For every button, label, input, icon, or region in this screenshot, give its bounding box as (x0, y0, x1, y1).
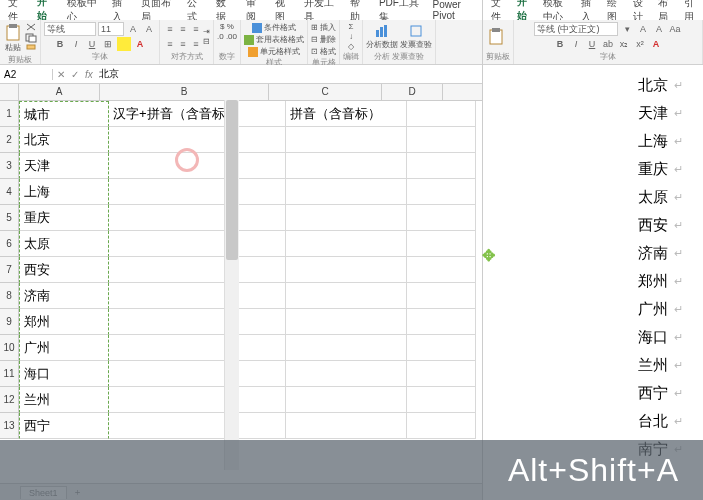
word-line[interactable]: 广州↵ (483, 295, 703, 323)
row-header[interactable]: 7 (0, 257, 19, 283)
invoice-icon[interactable] (409, 24, 423, 38)
fill-icon[interactable]: ↓ (349, 32, 353, 41)
word-font-select[interactable]: 等线 (中文正文) (534, 22, 618, 36)
word-line[interactable]: 天津↵ (483, 99, 703, 127)
cell-A10[interactable]: 广州 (19, 335, 109, 361)
cell-B8[interactable] (109, 283, 286, 309)
insert-cell-icon[interactable]: ⊞ (311, 23, 318, 32)
row-header[interactable]: 3 (0, 153, 19, 179)
cell-B6[interactable] (109, 231, 286, 257)
word-line[interactable]: 重庆↵ (483, 155, 703, 183)
word-line[interactable]: 台北↵ (483, 407, 703, 435)
cell-C12[interactable] (286, 387, 407, 413)
word-font-size[interactable]: ▾ (620, 22, 634, 36)
align-right-icon[interactable]: ≡ (189, 37, 203, 51)
word-line[interactable]: 太原↵ (483, 183, 703, 211)
increase-font-icon[interactable]: A (126, 22, 140, 36)
word-clear-format-icon[interactable]: Aa (668, 22, 682, 36)
cell-A3[interactable]: 天津 (19, 153, 109, 179)
cell-B13[interactable] (109, 413, 286, 439)
cell-B7[interactable] (109, 257, 286, 283)
cut-icon[interactable] (25, 22, 37, 32)
cell-A12[interactable]: 兰州 (19, 387, 109, 413)
word-line[interactable]: 兰州↵ (483, 351, 703, 379)
cell-D6[interactable] (407, 231, 476, 257)
row-header[interactable]: 11 (0, 361, 19, 387)
cell-D12[interactable] (407, 387, 476, 413)
row-header[interactable]: 4 (0, 179, 19, 205)
autosum-icon[interactable]: Σ (349, 22, 354, 31)
cell-A7[interactable]: 西安 (19, 257, 109, 283)
font-size-select[interactable]: 11 (98, 22, 124, 36)
word-line[interactable]: 上海↵ (483, 127, 703, 155)
align-top-left-icon[interactable]: ≡ (163, 22, 177, 36)
cell-A8[interactable]: 济南 (19, 283, 109, 309)
clear-icon[interactable]: ◇ (348, 42, 354, 51)
cell-D8[interactable] (407, 283, 476, 309)
word-dec-font-icon[interactable]: A (652, 22, 666, 36)
currency-icon[interactable]: $ % (220, 22, 234, 31)
wrap-text-icon[interactable]: ⇥ (203, 27, 210, 36)
enter-icon[interactable]: ✓ (71, 69, 79, 80)
row-header[interactable]: 9 (0, 309, 19, 335)
word-bold-icon[interactable]: B (553, 37, 567, 51)
word-line[interactable]: 西安↵ (483, 211, 703, 239)
word-sup-icon[interactable]: x² (633, 37, 647, 51)
cell-C11[interactable] (286, 361, 407, 387)
cell-B12[interactable] (109, 387, 286, 413)
cell-A5[interactable]: 重庆 (19, 205, 109, 231)
word-strike-icon[interactable]: ab (601, 37, 615, 51)
cell-D9[interactable] (407, 309, 476, 335)
excel-vertical-scrollbar[interactable] (224, 100, 239, 470)
format-cell-icon[interactable]: ⊡ (311, 47, 318, 56)
cell-C10[interactable] (286, 335, 407, 361)
format-painter-icon[interactable] (25, 44, 37, 54)
word-underline-icon[interactable]: U (585, 37, 599, 51)
cell-style-icon[interactable] (248, 47, 258, 57)
row-header[interactable]: 13 (0, 413, 19, 439)
analyze-icon[interactable] (375, 24, 389, 38)
cell-C3[interactable] (286, 153, 407, 179)
word-line[interactable]: 西宁↵ (483, 379, 703, 407)
col-header-a[interactable]: A (19, 84, 100, 100)
cell-C6[interactable] (286, 231, 407, 257)
row-header[interactable]: 8 (0, 283, 19, 309)
fx-icon[interactable]: fx (85, 69, 93, 80)
name-box[interactable]: A2 (0, 69, 53, 80)
merge-icon[interactable]: ⊟ (203, 37, 210, 46)
delete-cell-icon[interactable]: ⊟ (311, 35, 318, 44)
word-inc-font-icon[interactable]: A (636, 22, 650, 36)
formula-input[interactable]: 北京 (99, 67, 119, 81)
cell-A9[interactable]: 郑州 (19, 309, 109, 335)
cell-D4[interactable] (407, 179, 476, 205)
cell-B2[interactable] (109, 127, 286, 153)
cell-B3[interactable] (109, 153, 286, 179)
cell-C7[interactable] (286, 257, 407, 283)
cell-D11[interactable] (407, 361, 476, 387)
cell-style-label[interactable]: 单元格样式 (260, 46, 300, 57)
word-paste-button[interactable] (486, 28, 506, 46)
underline-icon[interactable]: U (85, 37, 99, 51)
bold-icon[interactable]: B (53, 37, 67, 51)
row-header[interactable]: 12 (0, 387, 19, 413)
row-header[interactable]: 1 (0, 101, 19, 127)
italic-icon[interactable]: I (69, 37, 83, 51)
word-font-color-icon[interactable]: A (649, 37, 663, 51)
word-line[interactable]: 郑州↵ (483, 267, 703, 295)
fill-color-icon[interactable] (117, 37, 131, 51)
split-move-handle[interactable]: ✥ (482, 246, 495, 265)
decimal-icon[interactable]: .0 .00 (217, 32, 237, 41)
word-document[interactable]: 北京↵天津↵上海↵重庆↵太原↵西安↵济南↵郑州↵广州↵海口↵兰州↵西宁↵台北↵南… (483, 65, 703, 500)
row-header[interactable]: 5 (0, 205, 19, 231)
word-line[interactable]: 海口↵ (483, 323, 703, 351)
align-center-icon[interactable]: ≡ (176, 37, 190, 51)
cell-C9[interactable] (286, 309, 407, 335)
col-header-c[interactable]: C (269, 84, 382, 100)
paste-button[interactable]: 粘贴 (3, 24, 23, 53)
font-color-icon[interactable]: A (133, 37, 147, 51)
word-line[interactable]: 济南↵ (483, 239, 703, 267)
cell-A2[interactable]: 北京 (19, 127, 109, 153)
cell-D2[interactable] (407, 127, 476, 153)
cell-A13[interactable]: 西宁 (19, 413, 109, 439)
cell-D3[interactable] (407, 153, 476, 179)
